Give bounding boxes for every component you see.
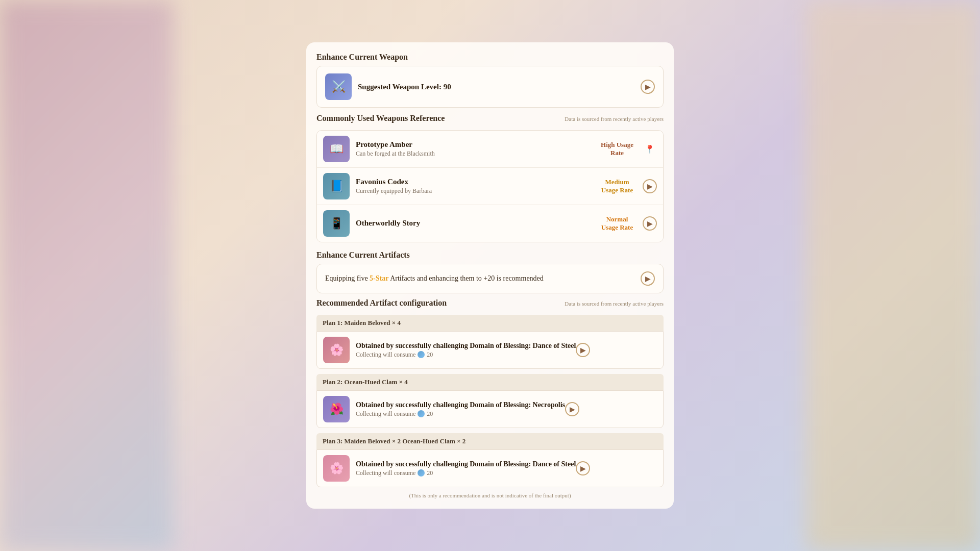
plan-2-resin-icon [418,410,425,417]
blur-left-bg [0,0,174,551]
weapons-list: 📖 Prototype Amber Can be forged at the B… [316,130,664,242]
favonius-codex-info: Favonius Codex Currently equipped by Bar… [356,178,597,195]
plan-3-main-text: Obtained by successfully challenging Dom… [356,460,576,468]
otherworldly-story-info: Otherworldly Story [356,219,597,229]
plan-3-collect-text: Collecting will consume [356,469,415,477]
suggested-weapon-nav-button[interactable]: ▶ [641,80,655,94]
artifact-config-title: Recommended Artifact configuration [316,298,447,308]
artifact-rec-after: Artifacts and enhancing them to +20 is r… [388,274,543,282]
plan-3-block: Plan 3: Maiden Beloved × 2 Ocean-Hued Cl… [316,433,664,487]
favonius-codex-sub: Currently equipped by Barbara [356,187,597,195]
suggested-weapon-icon: ⚔️ [325,73,352,100]
plan-2-collect-text: Collecting will consume [356,410,415,418]
otherworldly-story-nav-button[interactable]: ▶ [643,216,657,231]
enhance-artifacts-title: Enhance Current Artifacts [316,251,664,260]
artifact-5star-recommendation: Equipping five 5-Star Artifacts and enha… [316,264,664,293]
plan-1-main-text: Obtained by successfully challenging Dom… [356,342,576,350]
otherworldly-story-name: Otherworldly Story [356,219,597,228]
plan-2-nav-button[interactable]: ▶ [565,402,579,416]
plan-1-artifact-info: Obtained by successfully challenging Dom… [356,342,576,359]
prototype-amber-info: Prototype Amber Can be forged at the Bla… [356,140,597,158]
artifact-config-section: Recommended Artifact configuration Data … [316,298,664,498]
suggested-weapon-item: ⚔️ Suggested Weapon Level: 90 ▶ [316,66,664,108]
artifacts-data-source: Data is sourced from recently active pla… [565,300,664,307]
commonly-used-section: Commonly Used Weapons Reference Data is … [316,114,664,242]
enhance-weapon-title: Enhance Current Weapon [316,53,664,62]
plan-1-header: Plan 1: Maiden Beloved × 4 [316,315,664,331]
plan-2-artifact-icon: 🌺 [323,396,350,422]
prototype-amber-sub: Can be forged at the Blacksmith [356,150,597,158]
plan-3-resin-icon [418,469,425,477]
favonius-codex-name: Favonius Codex [356,178,597,186]
plan-3-artifact-icon: 🌸 [323,455,350,482]
prototype-amber-usage: High UsageRate [597,141,638,157]
favonius-codex-usage: MediumUsage Rate [597,178,638,194]
plan-3-sub-text: Collecting will consume 20 [356,469,576,477]
plan-1-block: Plan 1: Maiden Beloved × 4 🌸 Obtained by… [316,315,664,369]
artifact-star-text: 5-Star [370,274,388,282]
otherworldly-story-usage: NormalUsage Rate [597,215,638,232]
artifact-rec-nav-button[interactable]: ▶ [641,271,655,286]
plan-2-resin-count: 20 [427,410,433,418]
commonly-used-header: Commonly Used Weapons Reference Data is … [316,114,664,127]
favonius-codex-icon: 📘 [323,173,350,199]
plan-1-artifact-icon: 🌸 [323,337,350,363]
plan-2-main-text: Obtained by successfully challenging Dom… [356,401,565,409]
prototype-amber-name: Prototype Amber [356,140,597,149]
plan-3-nav-button[interactable]: ▶ [576,461,590,475]
plan-2-block: Plan 2: Ocean-Hued Clam × 4 🌺 Obtained b… [316,374,664,428]
artifact-config-header: Recommended Artifact configuration Data … [316,298,664,312]
otherworldly-story-icon: 📱 [323,210,350,237]
weapon-favonius-codex: 📘 Favonius Codex Currently equipped by B… [317,168,663,205]
plan-1-collect-text: Collecting will consume [356,351,415,359]
commonly-used-title: Commonly Used Weapons Reference [316,114,445,123]
prototype-amber-icon: 📖 [323,136,350,162]
suggested-weapon-text: Suggested Weapon Level: 90 [358,83,641,91]
plan-2-header: Plan 2: Ocean-Hued Clam × 4 [316,374,664,390]
plan-1-resin-count: 20 [427,351,433,359]
plan-2-artifact-item: 🌺 Obtained by successfully challenging D… [316,390,664,428]
plan-1-sub-text: Collecting will consume 20 [356,351,576,359]
bottom-note: (This is only a recommendation and is no… [316,492,664,498]
plan-2-artifact-info: Obtained by successfully challenging Dom… [356,401,565,418]
enhance-artifacts-section: Enhance Current Artifacts Equipping five… [316,251,664,498]
plan-1-nav-button[interactable]: ▶ [576,343,590,357]
plan-3-artifact-info: Obtained by successfully challenging Dom… [356,460,576,477]
weapons-data-source: Data is sourced from recently active pla… [565,116,664,122]
artifact-recommendation-text: Equipping five 5-Star Artifacts and enha… [325,274,641,283]
plan-1-resin-icon [418,351,425,358]
plan-3-header: Plan 3: Maiden Beloved × 2 Ocean-Hued Cl… [316,433,664,449]
prototype-amber-pin-icon: 📍 [643,142,657,156]
favonius-codex-nav-button[interactable]: ▶ [643,179,657,193]
plan-3-resin-count: 20 [427,469,433,477]
main-panel: Enhance Current Weapon ⚔️ Suggested Weap… [306,42,674,509]
blur-right-bg [806,0,980,551]
plan-3-artifact-item: 🌸 Obtained by successfully challenging D… [316,449,664,487]
artifact-rec-before: Equipping five [325,274,370,282]
weapon-otherworldly-story: 📱 Otherworldly Story NormalUsage Rate ▶ [317,205,663,242]
plan-1-artifact-item: 🌸 Obtained by successfully challenging D… [316,331,664,369]
weapon-prototype-amber: 📖 Prototype Amber Can be forged at the B… [317,131,663,168]
plan-2-sub-text: Collecting will consume 20 [356,410,565,418]
enhance-weapon-section: Enhance Current Weapon ⚔️ Suggested Weap… [316,53,664,242]
